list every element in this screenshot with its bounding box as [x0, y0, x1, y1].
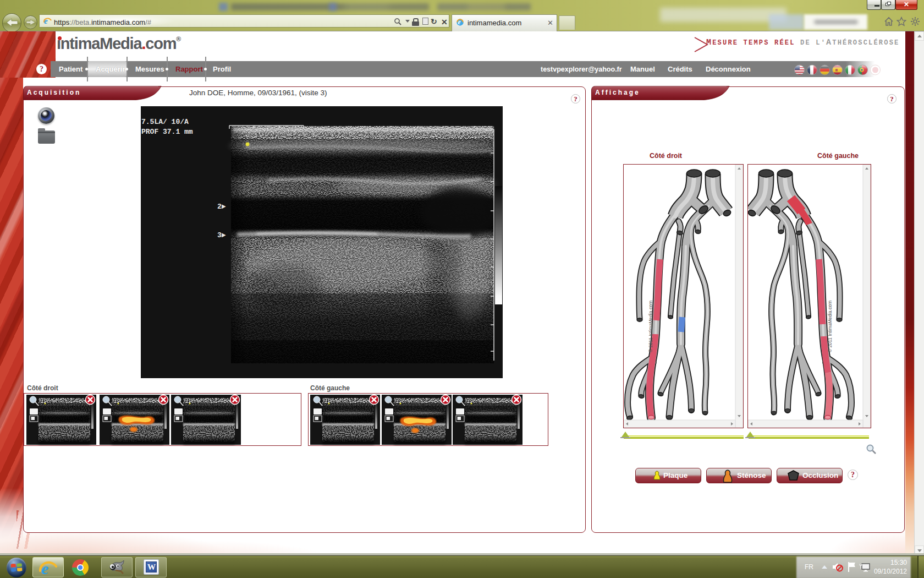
svg-text:7.5LA/ 10/A: 7.5LA/ 10/A — [141, 118, 189, 126]
svg-text:PROF 37.1 mm: PROF 37.1 mm — [141, 128, 193, 136]
svg-text:3►: 3► — [217, 231, 226, 239]
svg-text:2►: 2► — [217, 203, 226, 211]
svg-text:© 2011 IntimaMedia.com: © 2011 IntimaMedia.com — [648, 301, 653, 352]
svg-text:© 2011 IntimaMedia.com: © 2011 IntimaMedia.com — [827, 301, 833, 352]
svg-text:e: e — [458, 19, 461, 25]
